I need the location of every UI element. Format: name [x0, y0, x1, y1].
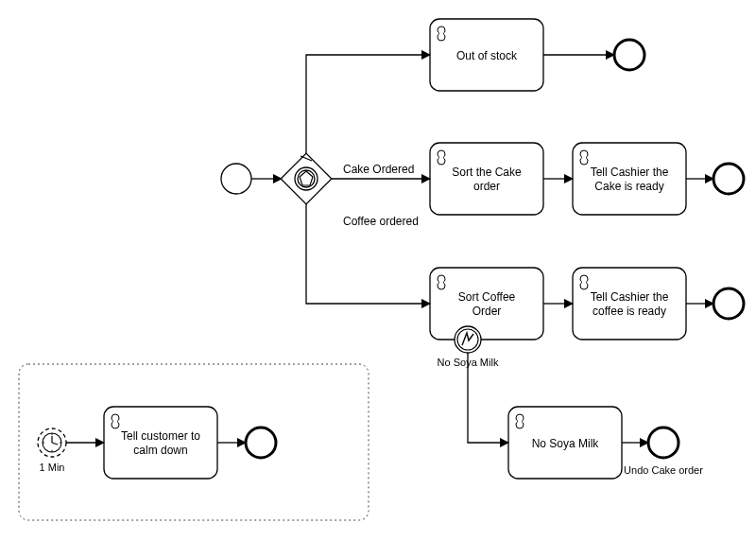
end-event-coffee[interactable]: [713, 288, 744, 319]
task-out-of-stock[interactable]: Out of stock: [430, 19, 543, 91]
task-tell-coffee-label-2: coffee is ready: [593, 305, 666, 318]
task-no-soya[interactable]: No Soya Milk: [508, 407, 622, 479]
task-calm-label-2: calm down: [133, 444, 187, 457]
end-event-no-soya[interactable]: [648, 428, 679, 458]
task-no-soya-label: No Soya Milk: [532, 437, 600, 450]
task-tell-cake-label-1: Tell Cashier the: [591, 166, 669, 179]
task-tell-cake[interactable]: Tell Cashier the Cake is ready Tell Cash…: [573, 143, 686, 215]
end-event-calm[interactable]: [246, 428, 276, 458]
task-out-of-stock-label: Out of stock: [456, 49, 518, 62]
task-sort-cake-label-2: order: [473, 180, 500, 193]
task-tell-coffee[interactable]: Tell Cashier the coffee is ready Tell Ca…: [573, 268, 686, 340]
task-sort-coffee[interactable]: Sort Coffee Order Sort Coffee Order: [430, 268, 543, 340]
timer-start-event[interactable]: [38, 428, 66, 457]
task-sort-cake[interactable]: Sort the Cake order Sort the Cake order: [430, 143, 543, 215]
task-calm-down[interactable]: Tell customer to calm down Tell customer…: [104, 407, 217, 479]
bpmn-diagram: Out of stock Sort the Cake order Sort th…: [0, 0, 756, 541]
end-event-stock[interactable]: [614, 40, 644, 70]
start-event[interactable]: [221, 164, 251, 194]
label-cake-ordered: Cake Ordered: [343, 163, 414, 176]
task-tell-cake-label-2: Cake is ready: [594, 180, 663, 193]
task-calm-label-1: Tell customer to: [121, 429, 200, 443]
task-sort-coffee-label-1: Sort Coffee: [458, 290, 516, 304]
end-event-cake[interactable]: [713, 164, 744, 194]
task-sort-coffee-label-2: Order: [472, 305, 502, 318]
task-tell-coffee-label-1: Tell Cashier the: [591, 290, 669, 304]
event-gateway[interactable]: [281, 153, 332, 204]
flow-gw-stock: [306, 55, 430, 154]
boundary-error-no-soya[interactable]: [455, 326, 481, 353]
label-one-min: 1 Min: [40, 462, 65, 473]
label-undo-cake: Undo Cake order: [624, 464, 703, 476]
task-sort-cake-label-1: Sort the Cake: [452, 166, 522, 179]
label-coffee-ordered: Coffee ordered: [343, 215, 419, 228]
svg-point-14: [455, 326, 481, 353]
svg-rect-0: [281, 153, 332, 204]
